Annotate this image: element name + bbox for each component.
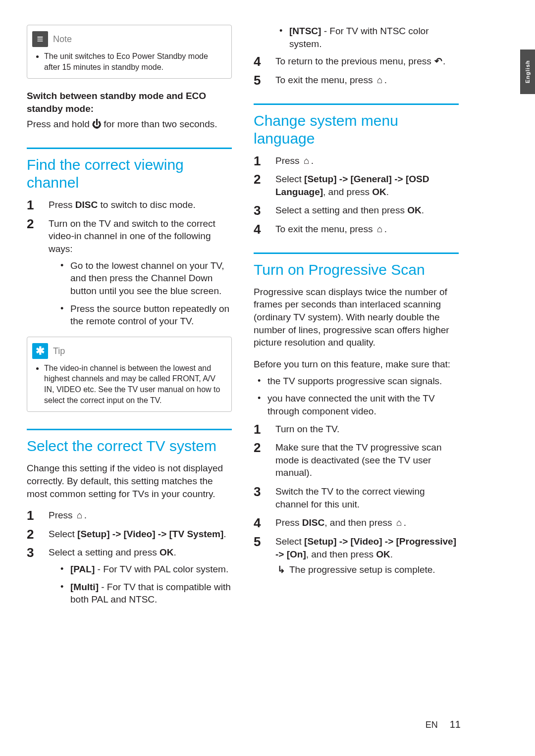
lang-step-4: To exit the menu, press ⌂.	[254, 223, 459, 236]
tvsys-step-1: Press ⌂.	[27, 509, 232, 522]
prog-prereq-1: the TV supports progressive scan signals…	[254, 375, 459, 388]
note-body-text: The unit switches to Eco Power Standby m…	[44, 51, 224, 72]
lang-steps: Press ⌂. Select [Setup] -> [General] -> …	[254, 154, 459, 236]
page-number: 11	[450, 718, 461, 731]
tvsys-step-2: Select [Setup] -> [Video] -> [TV System]…	[27, 528, 232, 541]
left-column: ≡ Note The unit switches to Eco Power St…	[27, 25, 232, 718]
lang-step-1: Press ⌂.	[254, 154, 459, 167]
note-icon: ≡	[32, 31, 48, 47]
tvsys-opt-multi: [Multi] - For TV that is compatible with…	[56, 581, 232, 606]
tip-callout: ✱ Tip The video-in channel is between th…	[27, 337, 232, 412]
standby-switch-heading: Switch between standby mode and ECO stan…	[27, 90, 232, 115]
power-icon: ⏻	[92, 118, 101, 131]
prog-step-4: Press DISC, and then press ⌂.	[254, 516, 459, 529]
prog-step-1: Turn on the TV.	[254, 423, 459, 436]
home-icon: ⌂	[395, 516, 404, 529]
prog-step-5-sub: The progressive setup is complete.	[275, 563, 459, 576]
note-label: Note	[53, 33, 72, 45]
home-icon: ⌂	[302, 154, 311, 167]
page-content: ≡ Note The unit switches to Eco Power St…	[27, 25, 459, 718]
back-icon: ↶	[434, 55, 443, 68]
prog-step-3: Switch the TV to the correct viewing cha…	[254, 485, 459, 510]
lang-step-2: Select [Setup] -> [General] -> [OSD Lang…	[254, 173, 459, 198]
tip-body-text: The video-in channel is between the lowe…	[44, 363, 224, 405]
home-icon: ⌂	[75, 509, 84, 522]
language-side-tab: English	[520, 50, 535, 94]
standby-switch-text: Press and hold ⏻ for more than two secon…	[27, 118, 232, 131]
note-callout: ≡ Note The unit switches to Eco Power St…	[27, 25, 232, 79]
viewing-step-1: Press DISC to switch to disc mode.	[27, 199, 232, 211]
prog-prereq-2: you have connected the unit with the TV …	[254, 392, 459, 417]
right-column: [NTSC] - For TV with NTSC color system. …	[254, 25, 459, 718]
home-icon: ⌂	[375, 74, 384, 87]
section-tvsys-title: Select the correct TV system	[27, 429, 232, 455]
footer-lang: EN	[426, 719, 438, 731]
tvsys-opt-pal: [PAL] - For TV with PAL color system.	[56, 563, 232, 576]
viewing-bullet-2: Press the source button repeatedly on th…	[56, 302, 232, 328]
tip-label: Tip	[53, 345, 65, 357]
home-icon: ⌂	[375, 223, 384, 236]
tvsys-steps: Press ⌂. Select [Setup] -> [Video] -> [T…	[27, 509, 232, 606]
tvsys-step-5: To exit the menu, press ⌂.	[254, 74, 459, 87]
viewing-steps: Press DISC to switch to disc mode. Turn …	[27, 199, 232, 328]
prog-steps: Turn on the TV. Make sure that the TV pr…	[254, 423, 459, 576]
viewing-step-2: Turn on the TV and switch to the correct…	[27, 217, 232, 328]
prog-step-5: Select [Setup] -> [Video] -> [Progressiv…	[254, 535, 459, 576]
tvsys-step-4: To return to the previous menu, press ↶.	[254, 55, 459, 68]
prog-before: Before you turn on this feature, make su…	[254, 358, 459, 371]
tvsys-opt-ntsc: [NTSC] - For TV with NTSC color system.	[275, 25, 459, 50]
prog-intro: Progressive scan displays twice the numb…	[254, 286, 459, 349]
prog-prereq: the TV supports progressive scan signals…	[254, 375, 459, 418]
page-footer: EN 11	[426, 718, 461, 731]
tvsys-intro: Change this setting if the video is not …	[27, 462, 232, 500]
section-prog-title: Turn on Progressive Scan	[254, 252, 459, 279]
prog-step-2: Make sure that the TV progressive scan m…	[254, 441, 459, 479]
lang-step-3: Select a setting and then press OK.	[254, 204, 459, 217]
tvsys-step-3: Select a setting and press OK. [PAL] - F…	[27, 546, 232, 606]
tip-icon: ✱	[32, 343, 48, 359]
viewing-bullet-1: Go to the lowest channel on your TV, and…	[56, 259, 232, 298]
tvsys-opt-ntsc-list: [NTSC] - For TV with NTSC color system.	[275, 25, 459, 50]
tvsys-steps-cont: To return to the previous menu, press ↶.…	[254, 55, 459, 86]
section-lang-title: Change system menu language	[254, 103, 459, 148]
section-viewing-title: Find the correct viewing channel	[27, 148, 232, 192]
